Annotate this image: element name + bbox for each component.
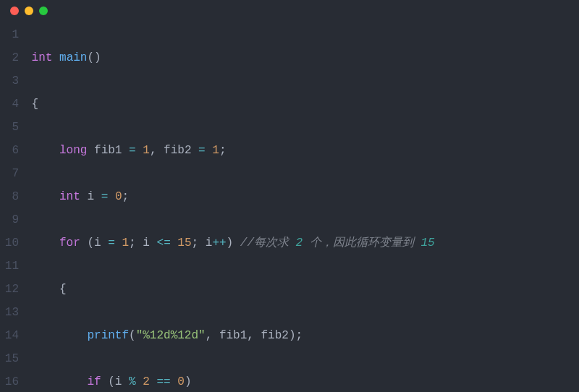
maximize-icon[interactable] (39, 7, 48, 15)
code-line: printf("%12d%12d", fib1, fib2); (25, 324, 579, 347)
op-inc: ++ (212, 237, 226, 250)
num-1: 1 (212, 144, 219, 157)
var-i: i (115, 375, 122, 388)
var-fib2: fib2 (261, 329, 289, 342)
code-line: { (25, 93, 579, 116)
paren-open: ( (87, 237, 94, 250)
close-icon[interactable] (10, 7, 19, 15)
keyword-long: long (59, 144, 87, 157)
line-number: 3 (0, 69, 19, 93)
code-line: int main() (25, 46, 579, 69)
code-area[interactable]: int main() { long fib1 = 1, fib2 = 1; in… (25, 23, 579, 392)
code-line: { (25, 278, 579, 301)
comment: //每次求 2 个，因此循环变量到 15 (240, 237, 435, 250)
line-number: 4 (0, 93, 19, 116)
fn-main: main (59, 51, 87, 64)
code-editor: 1 2 3 4 5 6 7 8 9 10 11 12 13 14 15 16 i… (0, 22, 579, 392)
semicolon: ; (129, 237, 136, 250)
comma: , (150, 144, 157, 157)
line-number: 5 (0, 116, 19, 139)
var-fib2: fib2 (164, 144, 191, 157)
paren-open: ( (129, 329, 136, 342)
line-number: 11 (0, 255, 19, 278)
parens: () (87, 51, 101, 64)
line-number: 14 (0, 324, 19, 347)
line-number: 9 (0, 208, 19, 231)
paren-close: ) (185, 375, 192, 388)
keyword-if: if (87, 375, 101, 388)
brace-open: { (59, 283, 67, 296)
comma: , (206, 329, 213, 342)
num-1: 1 (122, 237, 129, 250)
minimize-icon[interactable] (25, 7, 33, 15)
var-i: i (206, 237, 213, 250)
op-eqeq: == (157, 375, 171, 388)
num-15: 15 (177, 237, 191, 250)
keyword-int: int (59, 190, 80, 203)
comma: , (247, 329, 254, 342)
semicolon: ; (219, 144, 227, 157)
code-line: int i = 0; (25, 185, 579, 208)
op-le: <= (157, 237, 171, 250)
semicolon: ; (122, 190, 129, 203)
line-number: 6 (0, 139, 19, 162)
var-i: i (94, 237, 101, 250)
paren-close: ) (289, 329, 296, 342)
semicolon: ; (296, 329, 303, 342)
op-mod: % (129, 375, 136, 388)
keyword-for: for (59, 237, 80, 250)
paren-close: ) (227, 237, 234, 250)
op-assign: = (129, 144, 136, 157)
line-number: 13 (0, 301, 19, 324)
num-0: 0 (177, 375, 185, 388)
line-number: 12 (0, 278, 19, 301)
op-assign: = (108, 237, 115, 250)
string-literal: "%12d%12d" (136, 329, 206, 342)
num-1: 1 (143, 144, 150, 157)
code-line: for (i = 1; i <= 15; i++) //每次求 2 个，因此循环… (25, 231, 579, 255)
line-number: 7 (0, 162, 19, 185)
line-number: 15 (0, 347, 19, 370)
line-number-gutter: 1 2 3 4 5 6 7 8 9 10 11 12 13 14 15 16 (0, 23, 25, 392)
line-number: 16 (0, 370, 19, 392)
var-i: i (87, 190, 94, 203)
var-fib1: fib1 (219, 329, 247, 342)
keyword-int: int (32, 51, 53, 64)
line-number: 8 (0, 185, 19, 208)
line-number: 10 (0, 231, 19, 255)
line-number: 2 (0, 46, 19, 69)
code-line: if (i % 2 == 0) (25, 370, 579, 392)
fn-printf: printf (87, 329, 129, 342)
semicolon: ; (192, 237, 199, 250)
line-number: 1 (0, 23, 19, 46)
titlebar (0, 0, 579, 22)
brace-open: { (32, 98, 39, 111)
op-assign: = (101, 190, 109, 203)
paren-open: ( (108, 375, 115, 388)
var-fib1: fib1 (94, 144, 122, 157)
code-line: long fib1 = 1, fib2 = 1; (25, 139, 579, 162)
num-2: 2 (143, 375, 150, 388)
op-assign: = (198, 144, 206, 157)
var-i: i (143, 237, 150, 250)
